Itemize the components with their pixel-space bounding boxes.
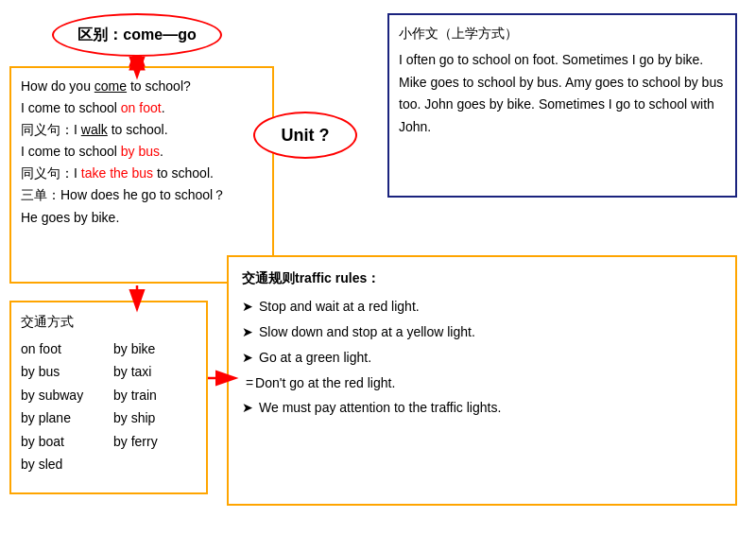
take-the-bus-red: take the bus <box>81 165 153 181</box>
qubie-label: 区别：come—go <box>77 26 196 45</box>
essay-title: 小作文（上学方式） <box>399 23 726 45</box>
rule-arrow-3: ➤ <box>242 346 253 371</box>
line-5: 同义句：I take the bus to school. <box>21 163 263 184</box>
transport-item: by bus <box>21 360 104 384</box>
transport-item: by plane <box>21 406 104 430</box>
rules-title: 交通规则traffic rules： <box>242 267 722 291</box>
rule-2: ➤ Slow down and stop at a yellow light. <box>242 320 722 345</box>
line-7: He goes by bike. <box>21 207 263 229</box>
rule-text-2: Slow down and stop at a yellow light. <box>259 320 475 345</box>
rule-arrow-2: ➤ <box>242 320 253 345</box>
transport-title: 交通方式 <box>21 310 197 334</box>
page-container: 区别：come—go How do you come to school? I … <box>0 0 756 535</box>
transport-grid: on foot by bus by subway by plane by boa… <box>21 337 197 476</box>
line-2: I come to school on foot. <box>21 97 263 119</box>
transport-col2: by bike by taxi by train by ship by ferr… <box>113 337 197 476</box>
rule-text-3: Go at a green light. <box>259 346 371 371</box>
rules-title-text: 交通规则traffic rules： <box>242 270 380 285</box>
transport-item: by boat <box>21 430 104 454</box>
transport-item: by taxi <box>113 360 197 384</box>
unit-label: Unit ? <box>282 126 330 146</box>
rule-3: ➤ Go at a green light. <box>242 346 722 371</box>
essay-content: I often go to school on foot. Sometimes … <box>399 49 726 139</box>
line-3: 同义句：I walk to school. <box>21 119 263 141</box>
come-underline: come <box>94 78 127 94</box>
main-box: How do you come to school? I come to sch… <box>9 66 274 284</box>
transport-item: by bike <box>113 337 197 361</box>
transport-item: by ferry <box>113 430 197 454</box>
essay-box: 小作文（上学方式） I often go to school on foot. … <box>387 13 737 198</box>
line-4: I come to school by bus. <box>21 141 263 163</box>
rule-text-4: Don't go at the red light. <box>255 371 395 396</box>
rule-1: ➤ Stop and wait at a red light. <box>242 295 722 319</box>
rule-arrow-1: ➤ <box>242 295 253 319</box>
on-foot-red: on foot <box>121 100 162 115</box>
rule-arrow-4: = <box>242 371 253 396</box>
unit-ellipse: Unit ? <box>253 112 357 159</box>
qubie-ellipse: 区别：come—go <box>52 13 222 57</box>
transport-item: by ship <box>113 406 197 430</box>
rule-arrow-5: ➤ <box>242 396 253 421</box>
rule-text-5: We must pay attention to the traffic lig… <box>259 396 501 421</box>
line-6: 三单：How does he go to school？ <box>21 184 263 206</box>
rule-text-1: Stop and wait at a red light. <box>259 295 420 319</box>
transport-item: by train <box>113 384 197 407</box>
line-1: How do you come to school? <box>21 76 263 97</box>
transport-item: by sled <box>21 453 104 476</box>
rule-4: = Don't go at the red light. <box>242 371 722 396</box>
transport-item: by subway <box>21 384 104 407</box>
rule-5: ➤ We must pay attention to the traffic l… <box>242 396 722 421</box>
transport-item: on foot <box>21 337 104 361</box>
by-bus-red: by bus <box>121 144 160 159</box>
transport-box: 交通方式 on foot by bus by subway by plane b… <box>9 301 208 494</box>
transport-col1: on foot by bus by subway by plane by boa… <box>21 337 104 476</box>
rules-box: 交通规则traffic rules： ➤ Stop and wait at a … <box>227 255 737 506</box>
walk-underline: walk <box>81 122 108 137</box>
